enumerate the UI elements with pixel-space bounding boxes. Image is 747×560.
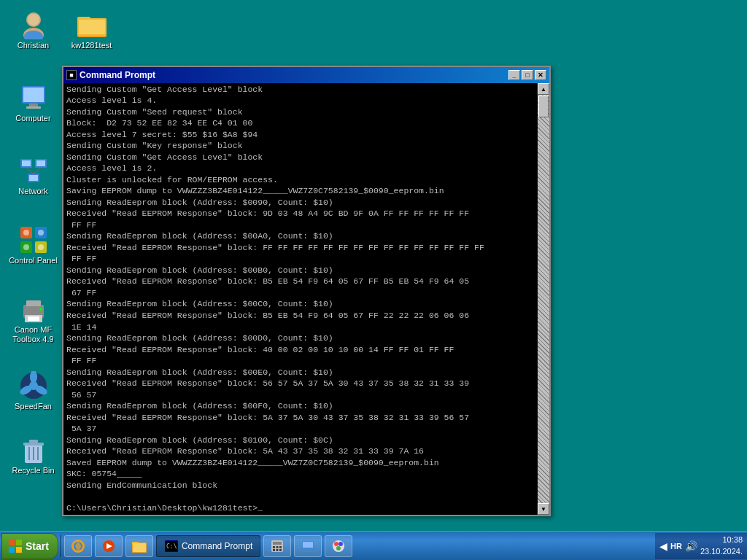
svg-rect-39 xyxy=(23,443,44,446)
svg-rect-40 xyxy=(29,440,38,443)
cmd-scrollbar: ▲ ▼ xyxy=(538,83,549,515)
network-label: Network xyxy=(18,187,47,196)
desktop-icon-computer[interactable]: Computer xyxy=(6,80,61,126)
computer-icon xyxy=(19,83,48,112)
clock-time: 10:38 xyxy=(700,534,743,545)
cmd-title-text: Command Prompt xyxy=(80,70,508,80)
svg-rect-46 xyxy=(9,547,15,553)
svg-point-73 xyxy=(336,546,341,551)
close-button[interactable]: ✕ xyxy=(535,70,546,80)
desktop-icon-recycle-bin[interactable]: Recycle Bin xyxy=(6,432,61,478)
folder-quick-icon xyxy=(132,539,147,553)
svg-rect-54 xyxy=(133,543,146,552)
svg-rect-11 xyxy=(26,106,41,109)
speedfan-icon xyxy=(19,371,48,400)
network-icon xyxy=(19,156,48,185)
computer-label: Computer xyxy=(15,114,50,123)
folder-icon xyxy=(77,10,107,39)
taskbar: Start xyxy=(0,531,747,560)
control-panel-icon xyxy=(19,225,48,254)
firefox-icon xyxy=(71,539,85,553)
svg-rect-67 xyxy=(303,542,313,548)
svg-rect-13 xyxy=(22,160,31,166)
tray-arrow-icon[interactable]: ◀ xyxy=(659,540,667,552)
svg-rect-7 xyxy=(79,20,105,34)
svg-rect-69 xyxy=(303,551,312,552)
svg-rect-17 xyxy=(29,175,38,181)
kw1281test-label: kw1281test xyxy=(71,41,112,50)
cmd-taskbar-icon: C:\ xyxy=(164,539,179,553)
svg-rect-68 xyxy=(306,548,310,551)
svg-line-19 xyxy=(34,168,41,174)
window-controls: _ □ ✕ xyxy=(508,70,546,80)
taskbar-firefox-btn[interactable] xyxy=(64,535,92,557)
recycle-bin-label: Recycle Bin xyxy=(12,466,54,475)
svg-text:C:\: C:\ xyxy=(166,543,177,550)
control-panel-label: Control Panel xyxy=(9,256,58,265)
taskbar-calc-btn[interactable] xyxy=(263,535,291,557)
svg-rect-64 xyxy=(276,549,279,551)
taskbar-media-btn[interactable] xyxy=(95,535,123,557)
printer-icon xyxy=(19,295,48,324)
svg-point-2 xyxy=(28,14,39,26)
svg-point-32 xyxy=(39,308,42,311)
scroll-up-button[interactable]: ▲ xyxy=(538,83,549,95)
taskbar-paint-btn[interactable] xyxy=(325,535,352,557)
desktop-icon-network[interactable]: Network xyxy=(6,153,61,199)
desktop-icon-kw1281test[interactable]: kw1281test xyxy=(64,7,119,53)
media-player-icon xyxy=(101,539,116,553)
network-taskbar-icon xyxy=(301,539,315,553)
svg-rect-60 xyxy=(273,546,275,548)
svg-point-24 xyxy=(23,230,29,236)
desktop-icon-canon-mf[interactable]: Canon MF Toolbox 4.9 xyxy=(6,292,61,347)
paint-icon xyxy=(331,539,346,553)
cmd-window: ■ Command Prompt _ □ ✕ ECU: 3B0920829A K… xyxy=(62,66,551,516)
minimize-button[interactable]: _ xyxy=(508,70,520,80)
tray-clock: 10:38 23.10.2024. xyxy=(700,534,743,557)
scroll-down-button[interactable]: ▼ xyxy=(538,503,549,515)
svg-rect-59 xyxy=(273,542,282,545)
tray-language: HR xyxy=(670,542,682,551)
taskbar-network2-btn[interactable] xyxy=(294,535,322,557)
svg-rect-61 xyxy=(276,546,279,548)
svg-point-71 xyxy=(334,542,338,546)
desktop-icon-control-panel[interactable]: Control Panel xyxy=(6,222,61,268)
svg-rect-29 xyxy=(26,300,41,306)
cmd-titlebar: ■ Command Prompt _ □ ✕ xyxy=(63,67,549,83)
system-tray: ◀ HR 🔊 10:38 23.10.2024. xyxy=(655,533,747,559)
svg-rect-63 xyxy=(273,549,275,551)
cmd-output[interactable]: ECU: 3B0920829A KOMBI+WEGFAHRSP VDO V03 … xyxy=(63,83,538,515)
cmd-taskbar-label: Command Prompt xyxy=(182,541,252,551)
tray-volume-icon[interactable]: 🔊 xyxy=(685,540,697,552)
recycle-bin-icon xyxy=(19,435,48,464)
canon-mf-label: Canon MF Toolbox 4.9 xyxy=(9,325,58,344)
svg-point-26 xyxy=(23,244,29,250)
svg-rect-45 xyxy=(16,540,22,545)
user-icon xyxy=(19,10,48,39)
taskbar-cmd-btn[interactable]: C:\ Command Prompt xyxy=(156,535,260,557)
cmd-body: ECU: 3B0920829A KOMBI+WEGFAHRSP VDO V03 … xyxy=(63,83,549,515)
maximize-button[interactable]: □ xyxy=(522,70,533,80)
svg-rect-65 xyxy=(279,549,282,551)
svg-point-72 xyxy=(338,542,343,546)
christian-label: Christian xyxy=(18,41,49,50)
svg-rect-9 xyxy=(23,88,44,102)
svg-rect-47 xyxy=(16,547,22,553)
clock-date: 23.10.2024. xyxy=(700,546,743,557)
windows-logo-icon xyxy=(8,539,23,553)
svg-line-18 xyxy=(26,168,34,174)
cmd-window-icon: ■ xyxy=(66,70,77,80)
taskbar-divider xyxy=(60,535,61,557)
desktop-icon-christian[interactable]: Christian xyxy=(6,7,61,53)
svg-point-27 xyxy=(38,244,44,250)
svg-rect-15 xyxy=(36,160,45,166)
scroll-thumb[interactable] xyxy=(538,96,549,117)
svg-rect-10 xyxy=(29,104,38,106)
scroll-track[interactable] xyxy=(538,95,549,503)
taskbar-folder-btn[interactable] xyxy=(125,535,153,557)
svg-rect-44 xyxy=(9,540,15,545)
svg-rect-31 xyxy=(28,316,39,321)
svg-point-25 xyxy=(38,230,44,236)
start-button[interactable]: Start xyxy=(1,533,58,559)
desktop-icon-speedfan[interactable]: SpeedFan xyxy=(6,368,61,414)
